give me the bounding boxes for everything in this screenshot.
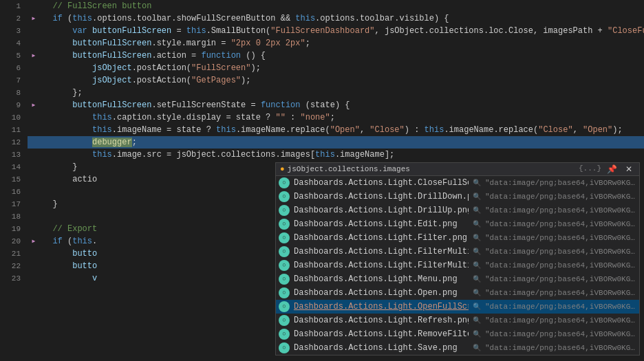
code-line: 1 // FullScreen button bbox=[0, 0, 644, 12]
item-label: Dashboards.Actions.Light.OpenFullScreen.… bbox=[294, 302, 469, 311]
line-number: 20 bbox=[0, 235, 28, 248]
autocomplete-item[interactable]: ○Dashboards.Actions.Light.FilterMultiOpt… bbox=[276, 245, 639, 259]
line-gutter bbox=[28, 74, 40, 87]
item-type-icon: ○ bbox=[279, 287, 290, 298]
item-type-icon: ○ bbox=[279, 260, 290, 271]
item-type-icon: ○ bbox=[279, 232, 290, 243]
autocomplete-item[interactable]: ○Dashboards.Actions.Light.DrillDown.png🔍… bbox=[276, 190, 639, 204]
item-label: Dashboards.Actions.Light.Menu.png bbox=[294, 274, 469, 284]
code-line: 13 this.image.src = jsObject.collections… bbox=[0, 149, 644, 161]
code-line: 11 this.imageName = state ? this.imageNa… bbox=[0, 124, 644, 136]
item-label: Dashboards.Actions.Light.Save.png bbox=[294, 343, 469, 353]
autocomplete-popup[interactable]: ● jsObject.collections.images {...} 📌 ✕ … bbox=[275, 162, 640, 355]
item-value: "data:image/png;base64,iVBORw0KGgoAAAANS… bbox=[485, 179, 636, 187]
item-value: "data:image/png;base64,iVBORw0KGgoAAAANS… bbox=[485, 303, 636, 311]
item-type-icon: ○ bbox=[279, 246, 290, 257]
line-number: 5 bbox=[0, 50, 28, 62]
autocomplete-header: ● jsObject.collections.images {...} 📌 ✕ bbox=[276, 163, 639, 176]
code-line: 5▶ buttonFullScreen.action = function ()… bbox=[0, 50, 644, 62]
autocomplete-list[interactable]: ○Dashboards.Actions.Light.CloseFullScree… bbox=[276, 176, 639, 355]
line-gutter bbox=[28, 37, 40, 50]
line-content: jsObject.postAction("GetPages"); bbox=[40, 74, 644, 87]
line-content: buttonFullScreen.style.margin = "2px 0 2… bbox=[40, 37, 644, 50]
line-number: 1 bbox=[0, 0, 28, 12]
item-type-icon: ○ bbox=[279, 315, 290, 326]
search-icon: 🔍 bbox=[473, 220, 481, 228]
autocomplete-close-button[interactable]: ✕ bbox=[623, 164, 635, 174]
autocomplete-item[interactable]: ○Dashboards.Actions.Light.Refresh.png🔍"d… bbox=[276, 314, 639, 327]
line-number: 12 bbox=[0, 136, 28, 149]
line-content: debugger; bbox=[40, 136, 644, 149]
search-icon: 🔍 bbox=[473, 179, 481, 187]
item-type-icon: ○ bbox=[279, 219, 290, 230]
autocomplete-item[interactable]: ○Dashboards.Actions.Light.DrillUp.png🔍"d… bbox=[276, 204, 639, 217]
line-number: 10 bbox=[0, 111, 28, 124]
line-gutter bbox=[28, 210, 40, 223]
editor-container: 1 // FullScreen button2▶ if (this.option… bbox=[0, 0, 644, 361]
line-number: 22 bbox=[0, 260, 28, 272]
autocomplete-braces: {...} bbox=[579, 164, 601, 174]
line-gutter bbox=[28, 149, 40, 161]
autocomplete-item[interactable]: ○Dashboards.Actions.Light.Save.png🔍"data… bbox=[276, 341, 639, 355]
item-value: "data:image/png;base64,iVBORw0KGgoAAAANS… bbox=[485, 248, 636, 256]
item-label: Dashboards.Actions.Light.FilterMultiOpti… bbox=[294, 261, 469, 270]
autocomplete-item[interactable]: ○Dashboards.Actions.Light.Open.png🔍"data… bbox=[276, 286, 639, 300]
line-content: }; bbox=[40, 87, 644, 99]
line-gutter bbox=[28, 248, 40, 260]
line-gutter bbox=[28, 0, 40, 12]
item-value: "data:image/png;base64,iVBORw0KGgoAAAANS… bbox=[485, 344, 636, 352]
line-number: 23 bbox=[0, 272, 28, 285]
autocomplete-item[interactable]: ○Dashboards.Actions.Light.RemoveFilter.p… bbox=[276, 327, 639, 341]
line-gutter: ▶ bbox=[28, 12, 40, 25]
autocomplete-pin-button[interactable]: 📌 bbox=[604, 164, 620, 174]
item-value: "data:image/png;base64,iVBORw0KGgoAAAANS… bbox=[485, 261, 636, 270]
line-number: 3 bbox=[0, 25, 28, 37]
line-gutter bbox=[28, 198, 40, 210]
autocomplete-item[interactable]: ○Dashboards.Actions.Light.OpenFullScreen… bbox=[276, 300, 639, 314]
code-line: 8 }; bbox=[0, 87, 644, 99]
code-area: 1 // FullScreen button2▶ if (this.option… bbox=[0, 0, 644, 361]
code-line: 12 debugger; bbox=[0, 136, 644, 149]
line-content: if (this.options.toolbar.showFullScreenB… bbox=[40, 12, 644, 25]
autocomplete-item[interactable]: ○Dashboards.Actions.Light.Filter.png🔍"da… bbox=[276, 231, 639, 245]
autocomplete-item[interactable]: ○Dashboards.Actions.Light.Menu.png🔍"data… bbox=[276, 272, 639, 286]
line-number: 19 bbox=[0, 223, 28, 235]
line-gutter bbox=[28, 260, 40, 272]
line-number: 7 bbox=[0, 74, 28, 87]
item-label: Dashboards.Actions.Light.Open.png bbox=[294, 288, 469, 298]
line-number: 16 bbox=[0, 186, 28, 198]
line-number: 14 bbox=[0, 161, 28, 173]
line-number: 13 bbox=[0, 149, 28, 161]
code-line: 10 this.caption.style.display = state ? … bbox=[0, 111, 644, 124]
search-icon: 🔍 bbox=[473, 275, 481, 283]
line-content: buttonFullScreen.setFullScreenState = fu… bbox=[40, 99, 644, 111]
search-icon: 🔍 bbox=[473, 316, 481, 325]
line-content: this.image.src = jsObject.collections.im… bbox=[40, 149, 644, 161]
line-number: 11 bbox=[0, 124, 28, 136]
autocomplete-item[interactable]: ○Dashboards.Actions.Light.FilterMultiOpt… bbox=[276, 259, 639, 272]
item-value: "data:image/png;base64,iVBORw0KGgoAAAANS… bbox=[485, 193, 636, 201]
item-label: Dashboards.Actions.Light.DrillUp.png bbox=[294, 206, 469, 215]
code-line: 3 var buttonFullScreen = this.SmallButto… bbox=[0, 25, 644, 37]
search-icon: 🔍 bbox=[473, 303, 481, 311]
autocomplete-item[interactable]: ○Dashboards.Actions.Light.Edit.png🔍"data… bbox=[276, 217, 639, 231]
code-line: 7 jsObject.postAction("GetPages"); bbox=[0, 74, 644, 87]
code-line: 2▶ if (this.options.toolbar.showFullScre… bbox=[0, 12, 644, 25]
search-icon: 🔍 bbox=[473, 261, 481, 270]
item-value: "data:image/png;base64,iVBORw0KGgoAAAANS… bbox=[485, 289, 636, 297]
line-gutter: ▶ bbox=[28, 50, 40, 62]
js-icon: ● bbox=[280, 165, 285, 173]
line-number: 8 bbox=[0, 87, 28, 99]
line-gutter bbox=[28, 87, 40, 99]
search-icon: 🔍 bbox=[473, 289, 481, 297]
line-content: jsObject.postAction("FullScreen"); bbox=[40, 62, 644, 74]
code-line: 4 buttonFullScreen.style.margin = "2px 0… bbox=[0, 37, 644, 50]
line-number: 9 bbox=[0, 99, 28, 111]
autocomplete-header-left: ● jsObject.collections.images bbox=[280, 165, 410, 173]
header-actions: {...} 📌 ✕ bbox=[579, 164, 635, 174]
autocomplete-item[interactable]: ○Dashboards.Actions.Light.CloseFullScree… bbox=[276, 176, 639, 190]
line-number: 18 bbox=[0, 210, 28, 223]
item-value: "data:image/png;base64,iVBORw0KGgoAAAANS… bbox=[485, 220, 636, 228]
line-number: 4 bbox=[0, 37, 28, 50]
search-icon: 🔍 bbox=[473, 330, 481, 338]
